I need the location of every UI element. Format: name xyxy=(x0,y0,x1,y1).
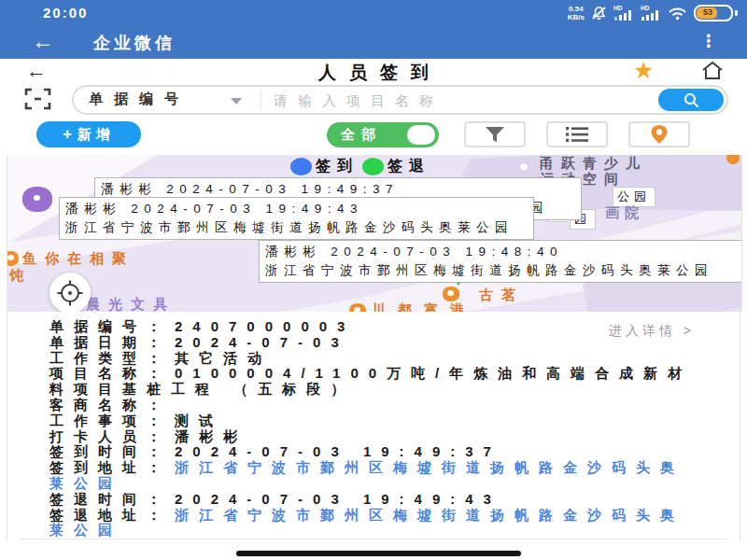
field-value: 其它活动 xyxy=(175,350,272,366)
svg-text:HD: HD xyxy=(641,5,650,11)
detail-row-workitem: 工作事项：测试 xyxy=(49,413,695,429)
battery-icon: 53 xyxy=(694,5,733,21)
checkout-tooltip: 潘彬彬 2024-07-03 19:49:43 浙江省宁波市鄞州区梅墟街道扬帆路… xyxy=(59,197,534,240)
map-legend: 签到 签退 xyxy=(290,157,430,176)
field-label: 打卡人员： xyxy=(49,428,171,444)
clock: 20:00 xyxy=(43,5,88,21)
field-value: 测试 xyxy=(175,413,223,428)
detail-row-checkin-address: 签到地址：浙江省宁波市鄞州区梅墟街道扬帆路金沙码头奥莱公园 xyxy=(49,460,695,492)
field-label: 单据编号： xyxy=(49,318,171,334)
poi-icon-chuandu xyxy=(349,303,366,312)
chevron-down-icon xyxy=(231,98,242,110)
battery-nub xyxy=(735,10,738,16)
checkout-legend-label: 签退 xyxy=(388,157,430,176)
tooltip-address: 浙江省宁波市鄞州区梅墟街道扬帆路金沙码头奥莱公园 xyxy=(265,261,742,280)
all-toggle[interactable]: 全部 xyxy=(327,122,439,147)
overflow-menu-icon[interactable]: ⋮ xyxy=(700,31,717,51)
app-bar: ← 企业微信 ⋮ xyxy=(0,26,747,59)
checkin-legend-dot xyxy=(290,158,312,175)
checkin-tooltip: 潘彬彬 2024-07-03 19:48:40 浙江省宁波市鄞州区梅墟街道扬帆路… xyxy=(259,240,742,283)
add-button[interactable]: + 新增 xyxy=(36,121,141,147)
map-canvas[interactable]: 签到 签退 甬跃青少儿 运动空间 公园 园 园 画院 奥莱 鱼你在相聚 饨 晨光… xyxy=(7,155,742,312)
poi-label-yuni: 鱼你在相聚 xyxy=(22,250,134,268)
poi-label-chenguang: 晨光文具 xyxy=(86,296,176,312)
locate-button[interactable] xyxy=(49,273,91,312)
plus-icon: + xyxy=(63,125,72,144)
search-box: 单据编号 xyxy=(72,85,728,115)
divider xyxy=(19,539,728,539)
field-selector-dropdown[interactable]: 单据编号 xyxy=(89,91,190,108)
poi-label-chuandu: 川都富港 xyxy=(372,301,476,312)
field-label: 工作类型： xyxy=(49,350,171,366)
toolbar: + 新增 全部 xyxy=(0,116,747,155)
field-label: 工作事项： xyxy=(49,413,171,428)
all-toggle-label: 全部 xyxy=(341,126,382,144)
poi-label-guming: 古茗 xyxy=(479,287,524,304)
tooltip-person-time: 潘彬彬 2024-07-03 19:48:40 xyxy=(265,243,742,261)
app-back-icon[interactable]: ← xyxy=(32,28,54,54)
map-label-huayuan: 画院 xyxy=(605,204,644,222)
divider xyxy=(261,90,261,110)
favorite-star-icon[interactable]: ★ xyxy=(633,57,654,84)
scan-icon[interactable] xyxy=(22,87,53,111)
area-label-line1: 甬跃青少儿 xyxy=(540,155,647,171)
search-row: 单据编号 xyxy=(0,84,747,116)
search-button[interactable] xyxy=(658,89,724,111)
detail-row-person: 打卡人员：潘彬彬 xyxy=(49,429,695,445)
detail-row-merchant: 客商名称： xyxy=(49,398,695,413)
checkin-legend-label: 签到 xyxy=(316,157,359,176)
field-label: 签退时间： xyxy=(49,491,171,507)
field-value: 2024-07-03 19:49:43 xyxy=(175,491,501,507)
field-label: 签退地址： xyxy=(49,507,171,523)
home-icon[interactable] xyxy=(701,61,724,80)
detail-row-project: 项目名称：0100004/1100万吨/年炼油和高端合成新材料项目基桩工程 （五… xyxy=(49,366,695,398)
field-value: 2024-07-03 19:49:37 xyxy=(175,443,501,459)
status-bar: 20:00 0.54 KB/s HD HD 53 xyxy=(0,0,747,26)
field-value: 2407000003 xyxy=(175,318,355,334)
svg-text:HD: HD xyxy=(613,5,623,11)
tooltip-person-time: 潘彬彬 2024-07-03 19:49:43 xyxy=(65,200,528,218)
tooltip-person-time: 潘彬彬 2024-07-03 19:49:37 xyxy=(101,180,575,199)
add-button-label: 新增 xyxy=(78,126,115,144)
detail-row-checkout-time: 签退时间：2024-07-03 19:49:43 xyxy=(49,492,695,508)
list-icon xyxy=(566,126,588,143)
tooltip-address: 浙江省宁波市鄞州区梅墟街道扬帆路金沙码头奥莱公园 xyxy=(65,218,528,237)
poi-icon-purple xyxy=(22,187,52,212)
page-header: ← 人员签到 ★ xyxy=(0,59,747,84)
detail-row-checkout-address: 签退地址：浙江省宁波市鄞州区梅墟街道扬帆路金沙码头奥莱公园 xyxy=(49,508,695,539)
field-label: 项目名称： xyxy=(49,365,171,381)
net-speed-value: 0.54 xyxy=(569,5,584,13)
detail-row-worktype: 工作类型：其它活动 xyxy=(49,351,695,367)
poi-icon-yuni xyxy=(7,251,19,266)
battery-percent: 53 xyxy=(703,7,712,18)
map-poi-dot xyxy=(519,162,529,172)
map-pin-icon xyxy=(650,124,669,145)
field-label: 签到时间： xyxy=(49,443,171,459)
field-label: 单据日期： xyxy=(49,334,171,350)
field-value: 潘彬彬 xyxy=(175,428,247,444)
gesture-bar[interactable] xyxy=(236,551,521,556)
filter-funnel-icon xyxy=(485,126,505,144)
search-input[interactable] xyxy=(272,89,630,111)
poi-label-tun: 饨 xyxy=(9,267,32,285)
detail-row-date: 单据日期：2024-07-03 xyxy=(49,335,695,351)
crosshair-icon xyxy=(56,279,84,307)
signal-sim2-icon: HD xyxy=(641,5,661,21)
field-label: 客商名称： xyxy=(49,397,171,413)
field-label: 签到地址： xyxy=(49,459,171,475)
network-speed: 0.54 KB/s xyxy=(568,5,585,21)
screen: 20:00 0.54 KB/s HD HD 53 xyxy=(0,0,747,560)
signal-sim1-icon: HD xyxy=(613,5,634,21)
map-view-button[interactable] xyxy=(628,121,690,147)
list-view-button[interactable] xyxy=(546,121,608,147)
field-value: 2024-07-03 xyxy=(175,334,349,350)
enter-detail-link[interactable]: 进入详情 > xyxy=(609,323,695,340)
status-icons: 0.54 KB/s HD HD 53 xyxy=(568,2,738,24)
detail-row-checkin-time: 签到时间：2024-07-03 19:49:37 xyxy=(49,444,695,460)
detail-row-docno: 单据编号：2407000003 xyxy=(49,319,695,335)
filter-button[interactable] xyxy=(464,121,526,147)
wifi-icon xyxy=(668,6,687,21)
mute-icon xyxy=(591,6,607,21)
toggle-knob xyxy=(407,125,435,145)
app-title: 企业微信 xyxy=(93,32,176,54)
